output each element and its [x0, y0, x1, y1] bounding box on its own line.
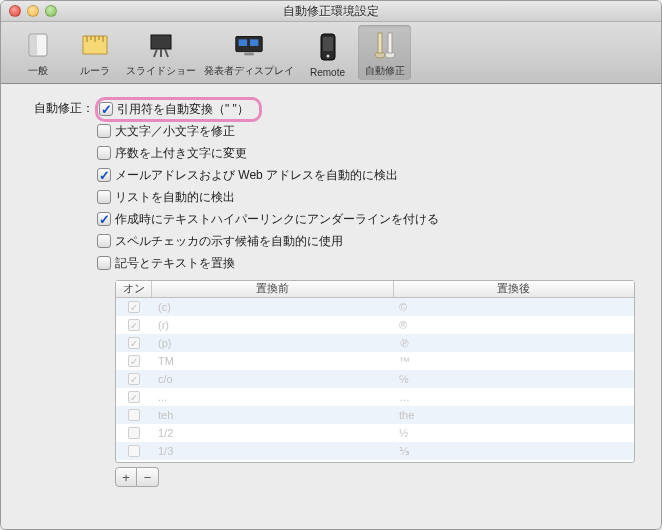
toolbar-general[interactable]: 一般	[11, 25, 64, 80]
window-title: 自動修正環境設定	[1, 3, 661, 20]
option-row: 記号とテキストを置換	[97, 252, 643, 274]
table-row[interactable]: 1/2½	[116, 424, 634, 442]
table-row[interactable]: (c)©	[116, 298, 634, 316]
checkbox[interactable]	[97, 146, 111, 160]
preferences-window: 自動修正環境設定 一般 ルーラ スライドショー 発表者ディスプレイ	[0, 0, 662, 530]
option-label: 引用符を自動変換（" "）	[117, 101, 249, 118]
cell-before: 1/2	[152, 427, 393, 439]
slideshow-icon	[145, 29, 177, 61]
svg-rect-15	[244, 53, 253, 56]
option-label: スペルチェッカの示す候補を自動的に使用	[115, 233, 343, 250]
toolbar: 一般 ルーラ スライドショー 発表者ディスプレイ Remote	[1, 22, 661, 84]
cell-after: ®	[393, 319, 634, 331]
cell-before: c/o	[152, 373, 393, 385]
close-button[interactable]	[9, 5, 21, 17]
cell-before: TM	[152, 355, 393, 367]
option-label: リストを自動的に検出	[115, 189, 235, 206]
autocorrect-icon	[369, 29, 401, 61]
ruler-icon	[79, 29, 111, 61]
zoom-button[interactable]	[45, 5, 57, 17]
option-label: 作成時にテキストハイパーリンクにアンダーラインを付ける	[115, 211, 439, 228]
titlebar: 自動修正環境設定	[1, 1, 661, 22]
row-checkbox[interactable]	[128, 301, 140, 313]
col-after[interactable]: 置換後	[394, 281, 635, 297]
add-button[interactable]: +	[115, 467, 137, 487]
cell-before: (c)	[152, 301, 393, 313]
row-checkbox[interactable]	[128, 319, 140, 331]
checkbox[interactable]	[99, 102, 113, 116]
remote-icon	[312, 32, 344, 64]
checkbox[interactable]	[97, 124, 111, 138]
cell-before: (r)	[152, 319, 393, 331]
row-checkbox[interactable]	[128, 373, 140, 385]
toolbar-autocorrect[interactable]: 自動修正	[358, 25, 411, 80]
table-row[interactable]: (p)℗	[116, 334, 634, 352]
option-label: 序数を上付き文字に変更	[115, 145, 247, 162]
table-row[interactable]: tehthe	[116, 406, 634, 424]
table-body: (c)©(r)®(p)℗TM™c/o℅...…tehthe1/2½1/3⅓2/3…	[116, 298, 634, 462]
cell-after: …	[393, 391, 634, 403]
svg-rect-14	[250, 39, 258, 46]
row-checkbox[interactable]	[128, 337, 140, 349]
cell-after: ⅓	[393, 445, 634, 458]
add-remove-controls: + −	[115, 467, 643, 487]
toolbar-remote[interactable]: Remote	[301, 25, 354, 80]
option-row: 序数を上付き文字に変更	[97, 142, 643, 164]
checkbox[interactable]	[97, 168, 111, 182]
svg-rect-17	[323, 37, 333, 51]
row-checkbox[interactable]	[128, 445, 140, 457]
row-checkbox[interactable]	[128, 427, 140, 439]
table-header: オン 置換前 置換後	[116, 281, 634, 298]
cell-before: ...	[152, 391, 393, 403]
table-row[interactable]: (r)®	[116, 316, 634, 334]
col-on[interactable]: オン	[116, 281, 152, 297]
table-row[interactable]: c/o℅	[116, 370, 634, 388]
minimize-button[interactable]	[27, 5, 39, 17]
cell-before: 1/3	[152, 445, 393, 457]
svg-rect-1	[30, 35, 37, 55]
options-list: 引用符を自動変換（" "）大文字／小文字を修正序数を上付き文字に変更メールアドレ…	[97, 98, 643, 274]
cell-after: ©	[393, 301, 634, 313]
checkbox[interactable]	[97, 234, 111, 248]
table-row[interactable]: 1/3⅓	[116, 442, 634, 460]
svg-point-18	[326, 55, 329, 58]
row-checkbox[interactable]	[128, 391, 140, 403]
svg-rect-8	[151, 35, 171, 49]
option-label: メールアドレスおよび Web アドレスを自動的に検出	[115, 167, 398, 184]
option-row: 大文字／小文字を修正	[97, 120, 643, 142]
option-label: 記号とテキストを置換	[115, 255, 235, 272]
cell-after: ℗	[393, 337, 634, 350]
cell-after: the	[393, 409, 634, 421]
option-row: 引用符を自動変換（" "）	[97, 98, 643, 120]
col-before[interactable]: 置換前	[152, 281, 394, 297]
option-row: リストを自動的に検出	[97, 186, 643, 208]
svg-rect-13	[239, 39, 247, 46]
table-row[interactable]: 2/3⅔	[116, 460, 634, 462]
option-label: 大文字／小文字を修正	[115, 123, 235, 140]
row-checkbox[interactable]	[128, 409, 140, 421]
replacements-table: オン 置換前 置換後 (c)©(r)®(p)℗TM™c/o℅...…tehthe…	[115, 280, 635, 463]
presenter-display-icon	[233, 29, 265, 61]
table-row[interactable]: TM™	[116, 352, 634, 370]
general-icon	[22, 29, 54, 61]
row-checkbox[interactable]	[128, 355, 140, 367]
table-row[interactable]: ...…	[116, 388, 634, 406]
section-label: 自動修正：	[19, 98, 97, 117]
cell-after: ™	[393, 355, 634, 367]
option-row: 作成時にテキストハイパーリンクにアンダーラインを付ける	[97, 208, 643, 230]
checkbox[interactable]	[97, 190, 111, 204]
svg-rect-22	[388, 33, 392, 53]
svg-line-10	[165, 49, 168, 57]
toolbar-ruler[interactable]: ルーラ	[68, 25, 121, 80]
toolbar-slideshow[interactable]: スライドショー	[125, 25, 197, 80]
cell-before: teh	[152, 409, 393, 421]
toolbar-presenter-display[interactable]: 発表者ディスプレイ	[201, 25, 297, 80]
cell-after: ½	[393, 427, 634, 439]
remove-button[interactable]: −	[137, 467, 159, 487]
content-area: 自動修正： 引用符を自動変換（" "）大文字／小文字を修正序数を上付き文字に変更…	[1, 84, 661, 529]
cell-after: ℅	[393, 373, 634, 385]
checkbox[interactable]	[97, 212, 111, 226]
option-row: メールアドレスおよび Web アドレスを自動的に検出	[97, 164, 643, 186]
checkbox[interactable]	[97, 256, 111, 270]
svg-line-9	[154, 49, 157, 57]
